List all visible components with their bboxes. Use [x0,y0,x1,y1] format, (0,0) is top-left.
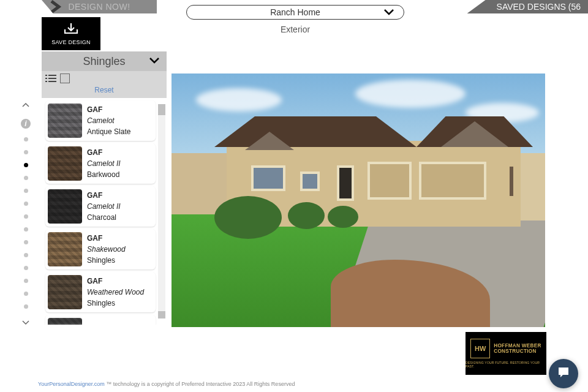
swatch-thumb [48,275,82,309]
saved-designs-button[interactable]: SAVED DESIGNS (56 [467,0,588,13]
chevron-down-icon [148,55,160,68]
swatch-item[interactable]: GAF [45,315,156,325]
save-design-label: SAVE DESIGN [51,39,91,45]
panel-category-select[interactable]: Shingles [42,51,167,71]
progress-dot[interactable] [24,279,28,283]
view-label: Exterior [186,24,404,34]
brand-logo-icon: HW [470,339,490,358]
swatch-color: Barkwood [87,169,121,180]
swatch-brand: GAF [87,147,121,158]
progress-dot[interactable] [24,253,28,257]
chevron-down-icon[interactable] [21,317,30,328]
svg-rect-2 [45,78,47,79]
scrollbar-thumb[interactable] [158,104,165,115]
swatch-color: Antique Slate [87,126,130,137]
scrollbar-thumb[interactable] [158,311,165,318]
panel-toolbar [42,71,167,86]
progress-rail: i [21,99,31,328]
progress-dot[interactable] [24,189,28,193]
chat-button[interactable] [549,359,578,388]
swatch-thumb [48,146,82,181]
swatch-style: Camelot [87,115,130,126]
chevron-down-icon [383,8,395,18]
swatch-thumb [48,189,82,224]
list-view-icon[interactable] [45,74,56,83]
brand-line1: HOFFMAN WEBER [494,343,541,349]
swatch-style: Camelot II [87,158,121,169]
design-viewport[interactable] [172,74,545,327]
footer-copyright: YourPersonalDesigner.com ™ technology is… [38,381,295,387]
progress-dot[interactable] [24,304,28,309]
svg-rect-4 [45,81,47,82]
swatch-item[interactable]: GAFWeathered WoodShingles [45,272,156,312]
swatch-item[interactable]: GAFCamelotAntique Slate [45,100,156,141]
progress-dot[interactable] [24,227,28,232]
swatch-thumb [48,318,82,325]
svg-rect-1 [48,75,56,76]
swatch-color: Shingles [87,255,126,266]
progress-dot[interactable] [24,292,28,296]
swatch-style: Weathered Wood [87,287,144,298]
design-now-button[interactable]: DESIGN NOW! [42,0,157,13]
swatch-item[interactable]: GAFCamelot IIBarkwood [45,143,156,184]
svg-rect-0 [45,75,47,76]
home-style-value: Ranch Home [270,7,320,17]
chevron-up-icon[interactable] [21,99,30,110]
svg-rect-3 [48,78,56,79]
swatch-thumb [48,104,82,138]
progress-dot[interactable] [24,202,28,206]
swatch-brand: GAF [87,190,121,201]
progress-dot[interactable] [24,137,28,141]
swatch-item[interactable]: GAFCamelot IICharcoal [45,186,156,227]
progress-dot[interactable] [24,163,28,167]
swatch-brand: GAF [87,104,130,115]
swatch-item[interactable]: GAFShakewoodShingles [45,229,156,270]
panel-title: Shingles [83,55,125,68]
download-icon [62,22,80,38]
swatch-color: Shingles [87,298,144,309]
swatch-color: Charcoal [87,212,121,223]
material-panel: Shingles Reset [42,51,167,98]
home-style-select[interactable]: Ranch Home [186,5,404,20]
progress-dot[interactable] [24,266,28,270]
reset-link[interactable]: Reset [42,86,167,98]
progress-dot[interactable] [24,240,28,244]
progress-dot[interactable] [24,214,28,219]
chevron-right-icon [49,0,64,13]
design-now-label: DESIGN NOW! [68,2,130,12]
swatch-style: Shakewood [87,244,126,255]
brand-tagline: DESIGNING YOUR FUTURE. RESTORING YOUR PA… [466,361,546,368]
save-design-button[interactable]: SAVE DESIGN [42,17,100,50]
footer-link[interactable]: YourPersonalDesigner.com [38,381,105,387]
swatch-brand: GAF [87,276,144,287]
progress-dot[interactable] [24,176,28,180]
swatch-thumb [48,232,82,266]
swatch-scrollbar[interactable] [158,104,165,318]
brand-line2: CONSTRUCTION [494,349,541,354]
svg-rect-5 [48,81,56,82]
chat-icon [556,365,571,382]
grid-view-icon[interactable] [60,74,70,83]
info-icon[interactable]: i [21,119,31,129]
swatch-brand: GAF [87,233,126,244]
progress-dot[interactable] [24,150,28,154]
swatch-style: Camelot II [87,201,121,212]
swatch-list[interactable]: GAFCamelotAntique SlateGAFCamelot IIBark… [42,98,167,325]
saved-designs-label: SAVED DESIGNS (56 [497,2,581,12]
brand-badge: HW HOFFMAN WEBER CONSTRUCTION DESIGNING … [466,332,546,375]
